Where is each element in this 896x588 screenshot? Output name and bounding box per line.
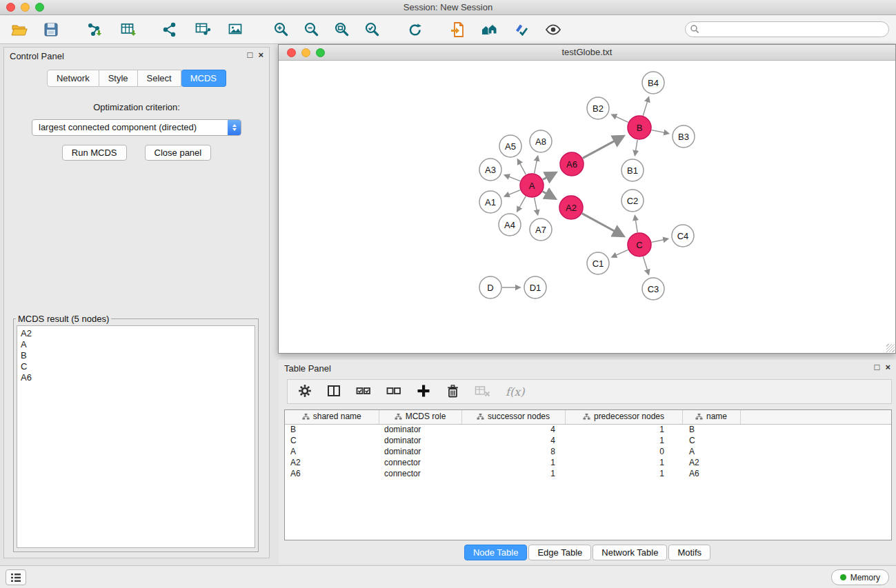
network-window: testGlobe.txt B4B2BB3A5A8A6A3B1AC2A1A2A4… [278,44,896,354]
graph-edge-A-A3[interactable] [505,175,521,181]
deselect-all-button[interactable] [386,383,402,401]
network-view[interactable]: B4B2BB3A5A8A6A3B1AC2A1A2A4A7C4CC1DD1C3 [279,61,895,353]
attribute-icon [583,413,590,420]
network-table-button[interactable] [190,18,215,41]
show-panels-button[interactable] [6,569,26,585]
zoom-fit-button[interactable] [330,18,355,41]
graph-edge-A-A5[interactable] [518,159,526,174]
graph-node-label: A7 [535,225,546,235]
column-header-predecessor-nodes[interactable]: predecessor nodes [565,410,682,424]
graph-edge-B-B3[interactable] [652,130,669,134]
search-icon [690,24,700,37]
graph-edge-A6-B[interactable] [583,136,624,159]
float-panel-icon[interactable]: □ [248,50,253,61]
mcds-result-item[interactable]: B [21,350,251,361]
column-header-successor-nodes[interactable]: successor nodes [461,410,565,424]
nw-close-icon[interactable] [287,48,296,57]
mcds-result-list[interactable]: A2ABCA6 [17,325,255,548]
graph-edge-B-B1[interactable] [635,140,638,155]
minimize-window-icon[interactable] [21,3,30,12]
import-network-file-button[interactable] [81,18,106,41]
tab-network-table[interactable]: Network Table [593,545,667,560]
criterion-dropdown[interactable]: largest connected component (directed) [32,119,241,136]
graph-edge-A-A1[interactable] [505,190,521,196]
network-window-lights[interactable] [287,48,325,57]
graph-edge-C-C3[interactable] [643,256,648,274]
table-row[interactable]: Adominator80A [285,446,891,457]
refresh-button[interactable] [403,18,428,41]
tab-node-table[interactable]: Node Table [464,545,528,560]
graph-edge-C-C2[interactable] [635,216,637,232]
close-panel-button[interactable]: Close panel [145,145,212,161]
close-window-icon[interactable] [6,3,15,12]
delete-table-button[interactable] [474,383,492,401]
memory-label: Memory [850,573,880,582]
mcds-result-item[interactable]: A6 [21,372,251,383]
graph-edge-A-A7[interactable] [535,198,538,215]
column-header-shared-name[interactable]: shared name [285,410,379,424]
graph-edge-B-B4[interactable] [643,97,648,116]
control-panel-tabs: Network Style Select MCDS [4,70,269,87]
mcds-result-item[interactable]: A [21,339,251,350]
column-header-name[interactable]: name [682,410,740,424]
graph-node-label: A8 [535,136,546,147]
mcds-result-item[interactable]: A2 [21,328,251,339]
close-table-panel-icon[interactable]: × [885,362,890,373]
validate-style-button[interactable] [509,18,534,41]
tab-edge-table[interactable]: Edge Table [528,545,591,560]
traffic-lights[interactable] [6,3,44,12]
tab-mcds[interactable]: MCDS [181,70,226,87]
open-file-button[interactable] [7,18,32,41]
delete-table-icon [474,383,492,398]
open-folder-icon [10,21,28,39]
function-builder-button[interactable]: f(x) [506,385,524,398]
graph-edge-A-A2[interactable] [543,192,555,199]
open-session-button[interactable] [446,18,470,41]
table-row[interactable]: A2connector11A2 [285,457,891,468]
zoom-selected-button[interactable] [360,18,385,41]
table-row[interactable]: Bdominator41B [285,424,891,435]
add-column-button[interactable] [416,383,431,401]
graph-edge-A-A8[interactable] [535,156,538,174]
graph-edge-A2-C[interactable] [582,214,624,236]
network-graph[interactable]: B4B2BB3A5A8A6A3B1AC2A1A2A4A7C4CC1DD1C3 [279,61,895,353]
delete-column-button[interactable] [445,383,460,401]
tab-select[interactable]: Select [138,70,181,87]
show-hide-button[interactable] [541,18,566,41]
mcds-result-item[interactable]: C [21,361,251,372]
export-image-button[interactable] [223,18,248,41]
nw-minimize-icon[interactable] [301,48,310,57]
table-row[interactable]: Cdominator41C [285,435,891,446]
graph-edge-C-C4[interactable] [652,239,668,242]
column-header-mcds-role[interactable]: MCDS role [379,410,461,424]
tab-network[interactable]: Network [47,70,99,87]
graph-edge-A-A4[interactable] [517,196,526,212]
import-table-icon [119,21,137,39]
graph-edge-A-A6[interactable] [543,173,556,180]
select-all-button[interactable] [355,383,372,401]
float-table-panel-icon[interactable]: □ [875,362,880,373]
graph-edge-B-B2[interactable] [612,114,628,122]
resize-grip[interactable] [886,344,895,352]
search-input[interactable] [685,21,889,37]
zoom-window-icon[interactable] [35,3,44,12]
select-all-icon [355,383,372,398]
nw-zoom-icon[interactable] [316,48,325,57]
show-columns-button[interactable] [326,383,341,401]
tab-style[interactable]: Style [99,70,138,87]
zoom-in-button[interactable] [269,18,294,41]
home-button[interactable] [477,18,502,41]
import-table-file-button[interactable] [116,18,141,41]
save-session-button[interactable] [39,18,63,41]
zoom-out-button[interactable] [299,18,324,41]
graph-node-label: A4 [504,220,515,230]
graph-edge-C-C1[interactable] [612,250,628,257]
clone-network-button[interactable] [157,18,182,41]
tab-motifs[interactable]: Motifs [668,545,710,560]
run-mcds-button[interactable]: Run MCDS [62,145,127,161]
close-panel-icon[interactable]: × [258,50,263,61]
document-arrow-icon [449,21,467,39]
memory-button[interactable]: Memory [831,569,889,585]
table-row[interactable]: A6connector11A6 [285,468,891,479]
table-settings-button[interactable] [297,383,312,401]
